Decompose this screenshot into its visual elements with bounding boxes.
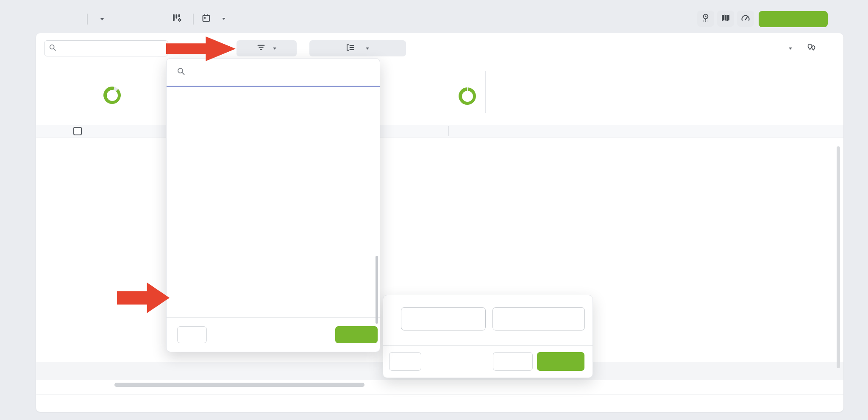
created-date-dropdown[interactable] bbox=[202, 13, 225, 25]
range-reset-button[interactable] bbox=[389, 352, 421, 371]
range-filter-popup bbox=[383, 295, 593, 378]
vertical-scrollbar[interactable] bbox=[837, 146, 840, 368]
search-input-wrapper bbox=[44, 40, 168, 56]
divider bbox=[193, 14, 194, 25]
sort-dropdown[interactable] bbox=[97, 14, 104, 25]
actions-dropdown[interactable] bbox=[785, 48, 792, 50]
chevron-down-icon bbox=[366, 48, 369, 50]
plan-new-route-button[interactable] bbox=[759, 11, 828, 27]
group-by-button[interactable] bbox=[309, 40, 406, 56]
filters-apply-button[interactable] bbox=[335, 326, 378, 343]
filters-search-input[interactable] bbox=[190, 68, 370, 77]
min-input[interactable] bbox=[401, 307, 486, 330]
filters-button[interactable] bbox=[236, 40, 297, 56]
filters-reset-button[interactable] bbox=[177, 326, 207, 343]
filters-list bbox=[167, 87, 380, 90]
map-icon bbox=[721, 14, 730, 24]
filters-menu bbox=[166, 58, 380, 352]
horizontal-scrollbar[interactable] bbox=[114, 383, 364, 387]
route-history-button[interactable] bbox=[697, 11, 714, 27]
divider bbox=[485, 71, 486, 113]
routes-page bbox=[0, 0, 868, 420]
divider bbox=[650, 71, 650, 113]
routes-donut bbox=[103, 87, 121, 104]
chevron-down-icon bbox=[222, 18, 225, 20]
gauge-icon bbox=[740, 14, 751, 24]
search-input[interactable] bbox=[60, 44, 164, 53]
chevron-down-icon bbox=[273, 48, 276, 50]
group-by-icon bbox=[346, 44, 354, 53]
map-view-button[interactable] bbox=[717, 11, 734, 27]
select-all-checkbox[interactable] bbox=[73, 127, 82, 135]
destinations-pins-icon bbox=[807, 43, 817, 54]
range-cancel-button[interactable] bbox=[493, 352, 533, 371]
search-icon bbox=[49, 44, 56, 53]
chevron-down-icon bbox=[100, 18, 104, 20]
max-input[interactable] bbox=[492, 307, 585, 330]
search-icon bbox=[177, 67, 185, 77]
divider bbox=[383, 345, 593, 346]
filters-search-wrapper bbox=[167, 59, 380, 87]
table-header bbox=[36, 125, 843, 137]
divider bbox=[408, 71, 408, 113]
dashboard-button[interactable] bbox=[737, 11, 754, 27]
history-clock-icon bbox=[701, 13, 710, 24]
divider bbox=[448, 126, 449, 136]
filter-icon bbox=[257, 44, 265, 53]
range-ok-button[interactable] bbox=[537, 352, 584, 371]
orders-donut bbox=[459, 87, 476, 105]
chevron-down-icon bbox=[789, 48, 792, 50]
divider bbox=[87, 14, 88, 25]
filters-scrollbar[interactable] bbox=[376, 256, 378, 324]
view-settings-icon[interactable] bbox=[172, 13, 182, 24]
view-destinations-button[interactable] bbox=[807, 43, 820, 54]
records-found bbox=[36, 395, 843, 412]
calendar-icon bbox=[202, 14, 211, 24]
filters-footer bbox=[167, 317, 380, 352]
